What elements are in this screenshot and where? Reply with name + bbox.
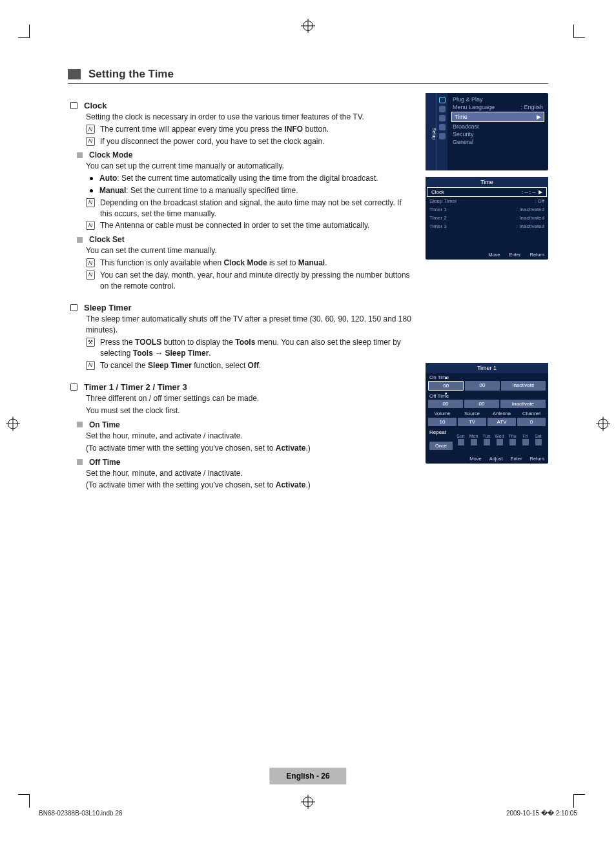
right-arrow-icon: ▶ [539, 189, 542, 195]
clock-set-intro: You can set the current time manually. [86, 245, 415, 256]
osd-row: Plug & Play [451, 96, 544, 103]
note-icon: N [86, 221, 95, 230]
corner-mark [573, 795, 574, 808]
osd-cell: 00 [465, 381, 499, 391]
grey-square-icon [77, 459, 83, 465]
on-time-l2: (To activate timer with the setting you'… [86, 443, 415, 454]
osd-icon [439, 115, 446, 121]
clock-mode-auto: Auto: Set the current time automatically… [90, 173, 415, 184]
header-accent-bar [68, 69, 81, 79]
right-arrow-icon: ▶ [537, 114, 541, 120]
doc-filename: BN68-02388B-03L10.indb 26 [39, 810, 123, 817]
clock-mode-intro: You can set up the current time manually… [86, 161, 415, 172]
corner-mark [29, 25, 30, 37]
corner-mark [29, 795, 30, 808]
osd-day: Wed [493, 434, 506, 445]
corner-mark [573, 794, 585, 795]
clock-mode-note1: N Depending on the broadcast station and… [86, 198, 415, 220]
osd-side-label: Setup [426, 93, 437, 170]
grey-square-icon [77, 237, 83, 243]
osd-icon [439, 133, 446, 139]
clock-set-heading: Clock Set [77, 235, 415, 244]
osd-row-highlighted: Clock: -- : -- ▶ [427, 187, 547, 197]
osd-day: Sun [455, 434, 467, 445]
osd-row: Timer 3: Inactivated [426, 222, 548, 230]
timers-heading: Timer 1 / Timer 2 / Timer 3 [70, 382, 415, 392]
clock-set-note2: N You can set the day, month, year, hour… [86, 270, 415, 292]
osd-cell: 00 [464, 400, 499, 408]
osd-row: Timer 1: Inactivated [426, 205, 548, 214]
square-bullet-icon [70, 384, 77, 391]
note-icon: N [86, 137, 95, 146]
osd-cell: 10 [428, 418, 457, 426]
osd-icon [439, 97, 446, 103]
off-time-l1: Set the hour, minute, and activate / ina… [86, 468, 415, 479]
osd-value-row: 00 00 Inactivate [426, 400, 548, 409]
clock-mode-manual: Manual: Set the current time to a manual… [90, 185, 415, 196]
osd-timer1-menu: Timer 1 On Time 00 00 Inactivate Off Tim… [426, 363, 548, 464]
square-bullet-icon [70, 102, 77, 109]
on-time-heading: On Time [77, 420, 415, 429]
osd-repeat-row: Repeat Once Sun Mon Tue Wed Thu Fri Sat [426, 427, 548, 451]
osd-cell: Inactivate [501, 381, 546, 391]
osd-row: Sleep Timer: Off [426, 197, 548, 205]
bullet-icon [90, 177, 93, 180]
doc-timestamp: 2009-10-15 �� 2:10:05 [506, 810, 577, 817]
note-icon: N [86, 198, 95, 207]
osd-cell: TV [458, 418, 486, 426]
grey-square-icon [77, 422, 83, 427]
osd-value-row: 10 TV ATV 0 [426, 418, 548, 427]
osd-row: Timer 2: Inactivated [426, 214, 548, 222]
timers-intro2: You must set the clock first. [86, 405, 415, 416]
osd-row: Menu Language: English [451, 103, 544, 111]
crop-mark-right [598, 418, 608, 431]
osd-row: General [451, 138, 544, 146]
clock-set-note1: N This function is only available when C… [86, 258, 415, 269]
osd-footer: MoveAdjustEnterReturn [426, 454, 548, 464]
section-header: Setting the Time [68, 68, 548, 84]
on-time-l1: Set the hour, minute, and activate / ina… [86, 431, 415, 442]
document-footer: BN68-02388B-03L10.indb 26 2009-10-15 �� … [39, 810, 577, 817]
square-bullet-icon [70, 304, 77, 311]
osd-day: Mon [467, 434, 480, 445]
clock-mode-note2: N The Antenna or cable must be connected… [86, 220, 415, 231]
osd-cell: 00 [428, 381, 464, 391]
osd-time-menu: Time Clock: -- : -- ▶ Sleep Timer: Off T… [426, 177, 548, 260]
corner-mark [18, 37, 30, 38]
osd-row-highlighted: Time▶ [451, 112, 544, 122]
sleep-tools-note: ⚒ Press the TOOLS button to display the … [86, 337, 415, 359]
corner-mark [573, 25, 574, 37]
osd-cell: 00 [428, 400, 463, 408]
sleep-cancel-note: N To cancel the Sleep Timer function, se… [86, 360, 415, 371]
osd-row: Broadcast [451, 123, 544, 130]
osd-day: Sat [532, 434, 544, 445]
osd-value-row: 00 00 Inactivate [426, 381, 548, 392]
off-time-l2: (To activate timer with the setting you'… [86, 480, 415, 491]
crop-mark-top [303, 21, 313, 33]
note-icon: N [86, 258, 95, 267]
timers-intro1: Three different on / off timer settings … [86, 393, 415, 404]
crop-mark-left [8, 418, 18, 431]
osd-day: Fri [519, 434, 531, 445]
note-icon: N [86, 271, 95, 280]
grey-square-icon [77, 152, 83, 158]
sleep-heading: Sleep Timer [70, 303, 415, 312]
note-icon: N [86, 361, 95, 370]
osd-setup-menu: Setup Plug & Play Menu Language: English… [426, 93, 548, 170]
osd-icon [439, 124, 446, 130]
clock-note-power: N If you disconnect the power cord, you … [86, 136, 415, 147]
corner-mark [573, 37, 585, 38]
sleep-intro: The sleep timer automatically shuts off … [86, 314, 415, 336]
osd-icon [439, 106, 446, 112]
crop-mark-bottom [303, 797, 313, 809]
osd-day: Tue [480, 434, 493, 445]
osd-cell: Inactivate [500, 400, 546, 408]
bullet-icon [90, 189, 93, 192]
clock-heading: Clock [70, 101, 415, 110]
osd-header-row: VolumeSourceAntennaChannel [426, 409, 548, 418]
osd-title: Time [426, 177, 548, 187]
page-number-badge: English - 26 [269, 768, 346, 784]
section-title: Setting the Time [88, 68, 174, 81]
tools-icon: ⚒ [86, 338, 95, 347]
clock-mode-heading: Clock Mode [77, 150, 415, 159]
